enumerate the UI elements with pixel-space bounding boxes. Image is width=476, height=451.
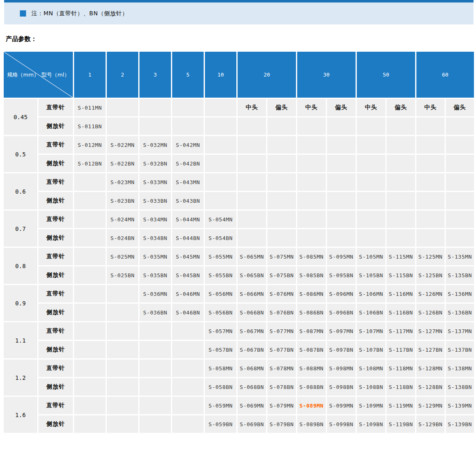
- table-row: 侧放针S-059BNS-069BNS-079BNS-089BNS-099BNS-…: [4, 415, 474, 433]
- model-cell: S-097MN: [327, 322, 356, 340]
- empty-cell: [387, 192, 415, 209]
- size-cell: 0.6: [4, 173, 37, 209]
- model-cell: S-056BN: [205, 304, 236, 321]
- model-cell: S-138MN: [446, 360, 474, 377]
- empty-cell: [139, 415, 171, 433]
- empty-cell: [446, 173, 474, 191]
- empty-cell: [327, 173, 356, 191]
- empty-cell: [387, 173, 415, 191]
- model-cell: S-011BN: [74, 118, 106, 135]
- model-cell: S-043BN: [172, 192, 204, 209]
- model-cell: S-106MN: [357, 285, 385, 302]
- empty-cell: [238, 192, 266, 209]
- empty-cell: [416, 211, 445, 228]
- empty-cell: [416, 229, 445, 247]
- model-cell: S-109MN: [357, 397, 385, 414]
- empty-cell: [238, 136, 266, 154]
- model-cell: S-087MN: [297, 322, 326, 340]
- empty-cell: [357, 173, 385, 191]
- model-cell: S-022MN: [107, 136, 138, 154]
- model-cell: S-065MN: [238, 248, 266, 265]
- model-cell: S-107BN: [357, 341, 385, 358]
- empty-cell: [357, 211, 385, 228]
- model-cell: S-105MN: [357, 248, 385, 265]
- header-col-1: 1: [74, 52, 106, 98]
- model-cell: S-096BN: [327, 304, 356, 321]
- model-cell: S-033BN: [139, 192, 171, 209]
- table-row: 0.45直带针S-011MN中头偏头中头偏头中头偏头中头偏头: [4, 99, 474, 116]
- empty-cell: [446, 192, 474, 209]
- empty-cell: [172, 99, 204, 116]
- row-type-label: 直带针: [38, 173, 73, 191]
- model-cell: S-116MN: [387, 285, 415, 302]
- model-cell: S-118BN: [387, 378, 415, 396]
- size-cell: 0.9: [4, 285, 37, 321]
- model-cell: S-086MN: [297, 285, 326, 302]
- model-cell: S-054BN: [205, 229, 236, 247]
- model-cell: S-137MN: [446, 322, 474, 340]
- model-cell: S-023BN: [107, 192, 138, 209]
- model-cell[interactable]: S-089MN: [297, 397, 326, 414]
- header-col-3: 3: [139, 52, 171, 98]
- model-cell: S-076BN: [267, 304, 296, 321]
- model-cell: S-099BN: [327, 415, 356, 433]
- model-cell: S-117BN: [387, 341, 415, 358]
- empty-cell: [74, 173, 106, 191]
- model-cell: S-137BN: [446, 341, 474, 358]
- empty-cell: [205, 155, 236, 172]
- empty-cell: [139, 378, 171, 396]
- empty-cell: [327, 211, 356, 228]
- empty-cell: [238, 173, 266, 191]
- header-col-2: 2: [107, 52, 138, 98]
- model-cell: S-025BN: [107, 266, 138, 284]
- table-row: 0.7直带针S-024MNS-034MNS-044MNS-054MN: [4, 211, 474, 228]
- row-type-label: 侧放针: [38, 118, 73, 135]
- empty-cell: [74, 304, 106, 321]
- section-title: 产品参数：: [6, 35, 476, 43]
- model-cell: S-087BN: [297, 341, 326, 358]
- empty-cell: [107, 360, 138, 377]
- model-cell: S-059MN: [205, 397, 236, 414]
- model-cell: S-068MN: [238, 360, 266, 377]
- empty-cell: [446, 229, 474, 247]
- empty-cell: [416, 155, 445, 172]
- empty-cell: [172, 415, 204, 433]
- subcol-label: 中头: [416, 99, 445, 116]
- empty-cell: [446, 155, 474, 172]
- empty-cell: [107, 397, 138, 414]
- empty-cell: [357, 192, 385, 209]
- model-cell: S-042MN: [172, 136, 204, 154]
- empty-cell: [107, 304, 138, 321]
- model-cell: S-066BN: [238, 304, 266, 321]
- model-cell: S-119BN: [387, 415, 415, 433]
- header-col-10: 10: [205, 52, 236, 98]
- empty-cell: [267, 118, 296, 135]
- empty-cell: [327, 155, 356, 172]
- size-cell: 0.5: [4, 136, 37, 172]
- empty-cell: [387, 118, 415, 135]
- table-row: 侧放针S-036BNS-046BNS-056BNS-066BNS-076BNS-…: [4, 304, 474, 321]
- row-type-label: 直带针: [38, 285, 73, 302]
- model-cell: S-119MN: [387, 397, 415, 414]
- model-cell: S-024MN: [107, 211, 138, 228]
- model-cell: S-075MN: [267, 248, 296, 265]
- empty-cell: [74, 341, 106, 358]
- model-cell: S-118MN: [387, 360, 415, 377]
- model-cell: S-025MN: [107, 248, 138, 265]
- empty-cell: [297, 173, 326, 191]
- empty-cell: [327, 229, 356, 247]
- note-text: 注：MN（直带针）、BN（侧放针）: [31, 10, 128, 17]
- model-cell: S-042BN: [172, 155, 204, 172]
- model-cell: S-011MN: [74, 99, 106, 116]
- table-row: 侧放针S-025BNS-035BNS-045BNS-055BNS-065BNS-…: [4, 266, 474, 284]
- row-type-label: 直带针: [38, 397, 73, 414]
- row-type-label: 侧放针: [38, 229, 73, 247]
- size-cell: 0.45: [4, 99, 37, 135]
- model-cell: S-055BN: [205, 266, 236, 284]
- model-cell: S-128BN: [416, 378, 445, 396]
- empty-cell: [238, 229, 266, 247]
- model-cell: S-126MN: [416, 285, 445, 302]
- model-cell: S-095BN: [327, 266, 356, 284]
- empty-cell: [139, 99, 171, 116]
- empty-cell: [205, 173, 236, 191]
